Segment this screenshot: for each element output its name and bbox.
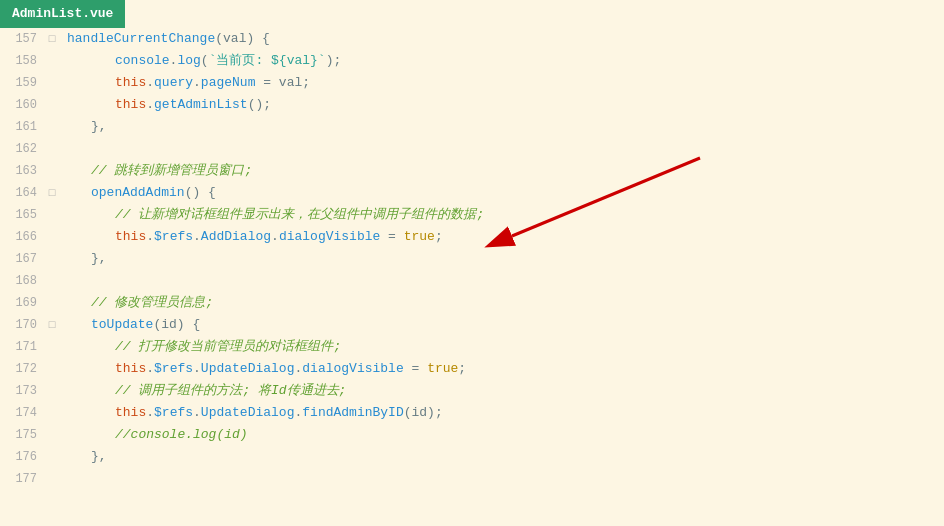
line-number: 157 [0, 28, 45, 50]
code-line: this.getAdminList(); [59, 94, 944, 116]
fold-icon [45, 402, 59, 424]
table-row: 161 }, [0, 116, 944, 138]
line-number: 177 [0, 468, 45, 490]
line-number: 167 [0, 248, 45, 270]
code-line [59, 138, 944, 160]
line-number: 163 [0, 160, 45, 182]
code-line: }, [59, 446, 944, 468]
table-row: 172 this.$refs.UpdateDialog.dialogVisibl… [0, 358, 944, 380]
line-number: 174 [0, 402, 45, 424]
table-row: 171 // 打开修改当前管理员的对话框组件; [0, 336, 944, 358]
code-line: // 修改管理员信息; [59, 292, 944, 314]
table-row: 160 this.getAdminList(); [0, 94, 944, 116]
table-row: 163 // 跳转到新增管理员窗口; [0, 160, 944, 182]
fold-icon [45, 138, 59, 160]
table-row: 167 }, [0, 248, 944, 270]
table-row: 165 // 让新增对话框组件显示出来，在父组件中调用子组件的数据; [0, 204, 944, 226]
table-row: 164 □ openAddAdmin() { [0, 182, 944, 204]
table-row: 166 this.$refs.AddDialog.dialogVisible =… [0, 226, 944, 248]
line-number: 175 [0, 424, 45, 446]
line-number: 172 [0, 358, 45, 380]
line-number: 166 [0, 226, 45, 248]
fold-icon [45, 248, 59, 270]
fold-icon [45, 424, 59, 446]
table-row: 173 // 调用子组件的方法; 将Id传通进去; [0, 380, 944, 402]
fold-icon [45, 292, 59, 314]
code-table: 157 □ handleCurrentChange(val) { 158 con… [0, 28, 944, 490]
code-container: 157 □ handleCurrentChange(val) { 158 con… [0, 28, 944, 526]
line-number: 159 [0, 72, 45, 94]
code-line: this.$refs.UpdateDialog.dialogVisible = … [59, 358, 944, 380]
table-row: 162 [0, 138, 944, 160]
line-number: 160 [0, 94, 45, 116]
fold-icon [45, 160, 59, 182]
code-line: // 跳转到新增管理员窗口; [59, 160, 944, 182]
fold-icon [45, 336, 59, 358]
code-line: handleCurrentChange(val) { [59, 28, 944, 50]
table-row: 170 □ toUpdate(id) { [0, 314, 944, 336]
fold-icon [45, 358, 59, 380]
fold-icon[interactable]: □ [45, 182, 59, 204]
fold-icon [45, 446, 59, 468]
line-number: 170 [0, 314, 45, 336]
code-line: console.log(`当前页: ${val}`); [59, 50, 944, 72]
code-line: this.query.pageNum = val; [59, 72, 944, 94]
fold-icon[interactable]: □ [45, 28, 59, 50]
fold-icon [45, 468, 59, 490]
code-line: openAddAdmin() { [59, 182, 944, 204]
code-line: }, [59, 116, 944, 138]
line-number: 161 [0, 116, 45, 138]
line-number: 165 [0, 204, 45, 226]
code-line: this.$refs.UpdateDialog.findAdminByID(id… [59, 402, 944, 424]
line-number: 171 [0, 336, 45, 358]
fold-icon[interactable]: □ [45, 314, 59, 336]
fold-icon [45, 204, 59, 226]
code-line: // 让新增对话框组件显示出来，在父组件中调用子组件的数据; [59, 204, 944, 226]
fold-icon [45, 270, 59, 292]
code-line: }, [59, 248, 944, 270]
fold-icon [45, 226, 59, 248]
line-number: 169 [0, 292, 45, 314]
table-row: 159 this.query.pageNum = val; [0, 72, 944, 94]
table-row: 157 □ handleCurrentChange(val) { [0, 28, 944, 50]
table-row: 174 this.$refs.UpdateDialog.findAdminByI… [0, 402, 944, 424]
code-line: toUpdate(id) { [59, 314, 944, 336]
table-row: 168 [0, 270, 944, 292]
line-number: 176 [0, 446, 45, 468]
line-number: 162 [0, 138, 45, 160]
fold-icon [45, 72, 59, 94]
table-row: 176 }, [0, 446, 944, 468]
code-line: this.$refs.AddDialog.dialogVisible = tru… [59, 226, 944, 248]
table-row: 175 //console.log(id) [0, 424, 944, 446]
fold-icon [45, 116, 59, 138]
code-line: // 调用子组件的方法; 将Id传通进去; [59, 380, 944, 402]
fold-icon [45, 94, 59, 116]
fold-icon [45, 380, 59, 402]
code-line [59, 468, 944, 490]
code-line [59, 270, 944, 292]
table-row: 158 console.log(`当前页: ${val}`); [0, 50, 944, 72]
file-title: AdminList.vue [0, 0, 125, 28]
code-line: //console.log(id) [59, 424, 944, 446]
code-line: // 打开修改当前管理员的对话框组件; [59, 336, 944, 358]
table-row: 169 // 修改管理员信息; [0, 292, 944, 314]
fold-icon [45, 50, 59, 72]
title-bar: AdminList.vue [0, 0, 944, 28]
line-number: 173 [0, 380, 45, 402]
table-row: 177 [0, 468, 944, 490]
line-number: 168 [0, 270, 45, 292]
line-number: 164 [0, 182, 45, 204]
line-number: 158 [0, 50, 45, 72]
